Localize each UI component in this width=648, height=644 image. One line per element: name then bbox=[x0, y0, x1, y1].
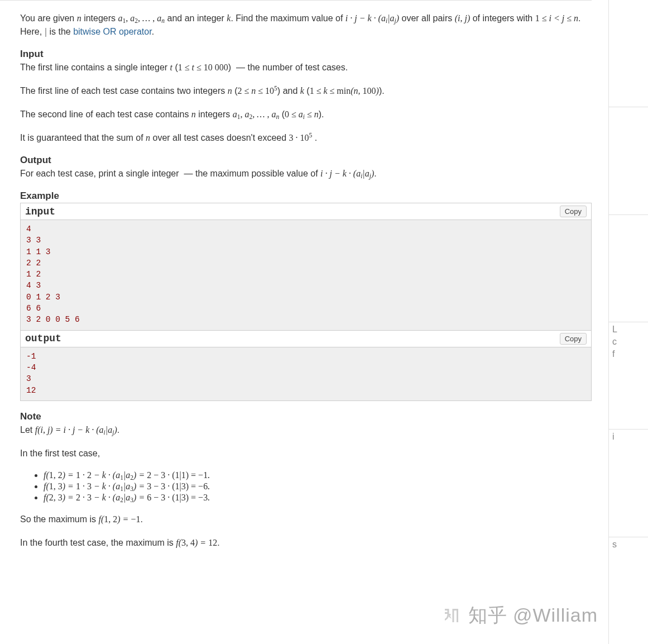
input-p1: The first line contains a single integer… bbox=[20, 61, 592, 74]
input-label: input bbox=[25, 206, 55, 217]
note-first-case: In the first test case, bbox=[20, 447, 592, 460]
input-p3: The second line of each test case contai… bbox=[20, 108, 592, 121]
copy-input-button[interactable]: Copy bbox=[560, 206, 587, 217]
note-bullets: f(1, 2) = 1 · 2 − k · (a1|a2) = 2 − 3 · … bbox=[20, 470, 592, 503]
input-heading: Input bbox=[20, 49, 592, 60]
example-output-box: output Copy -1 -4 3 12 bbox=[20, 330, 592, 401]
output-heading: Output bbox=[20, 155, 592, 166]
example-input-text: 4 3 3 1 1 3 2 2 1 2 4 3 0 1 2 3 6 6 3 2 … bbox=[21, 220, 591, 330]
input-p2: The first line of each test case contain… bbox=[20, 84, 592, 98]
intro-paragraph: You are given n integers a1, a2, … , an … bbox=[20, 12, 592, 39]
note-so: So the maximum is f(1, 2) = −1. bbox=[20, 513, 592, 526]
note-bullet: f(1, 3) = 1 · 3 − k · (a1|a3) = 3 − 3 · … bbox=[44, 481, 592, 492]
example-heading: Example bbox=[20, 190, 592, 202]
copy-output-button[interactable]: Copy bbox=[560, 333, 587, 345]
bitwise-or-link[interactable]: bitwise OR operator bbox=[73, 27, 152, 36]
note-bullet: f(2, 3) = 2 · 3 − k · (a2|a3) = 6 − 3 · … bbox=[44, 493, 592, 503]
note-heading: Note bbox=[20, 411, 592, 422]
problem-statement: You are given n integers a1, a2, … , an … bbox=[0, 0, 592, 627]
right-sidebar-fragment: Lcf i s bbox=[608, 0, 648, 627]
example-input-box: input Copy 4 3 3 1 1 3 2 2 1 2 4 3 0 1 2… bbox=[20, 203, 592, 331]
example-output-text: -1 -4 3 12 bbox=[21, 347, 591, 400]
note-fourth: In the fourth test case, the maximum is … bbox=[20, 536, 592, 550]
note-bullet: f(1, 2) = 1 · 2 − k · (a1|a2) = 2 − 3 · … bbox=[44, 470, 592, 480]
output-label: output bbox=[25, 333, 61, 344]
output-p: For each test case, print a single integ… bbox=[20, 167, 592, 180]
input-p4: It is guaranteed that the sum of n over … bbox=[20, 131, 592, 145]
note-let: Let f(i, j) = i · j − k · (ai|aj). bbox=[20, 423, 592, 437]
